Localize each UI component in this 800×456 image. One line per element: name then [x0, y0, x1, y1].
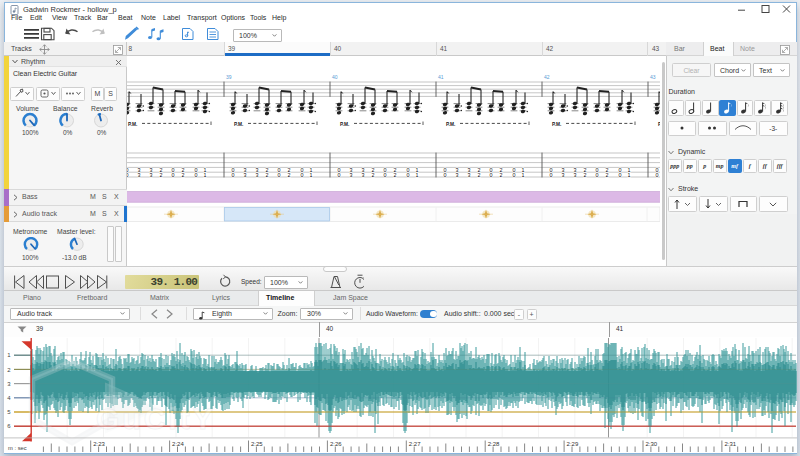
svg-text:2:29: 2:29 — [567, 441, 579, 447]
svg-text:GuCitY: GuCitY — [96, 402, 216, 435]
svg-text:43: 43 — [650, 74, 656, 80]
svg-text:2:31: 2:31 — [724, 441, 736, 447]
svg-text:39: 39 — [226, 74, 232, 80]
svg-text:2:23: 2:23 — [93, 441, 105, 447]
svg-text:2:30: 2:30 — [646, 441, 658, 447]
svg-text:2:26: 2:26 — [330, 441, 342, 447]
svg-text:2:28: 2:28 — [488, 441, 500, 447]
svg-text:2:27: 2:27 — [409, 441, 421, 447]
svg-text:42: 42 — [544, 74, 550, 80]
svg-text:m : sec: m : sec — [8, 445, 27, 451]
svg-text:2:25: 2:25 — [251, 441, 263, 447]
svg-text:41: 41 — [438, 74, 444, 80]
svg-text:2:24: 2:24 — [172, 441, 184, 447]
svg-text:40: 40 — [332, 74, 338, 80]
